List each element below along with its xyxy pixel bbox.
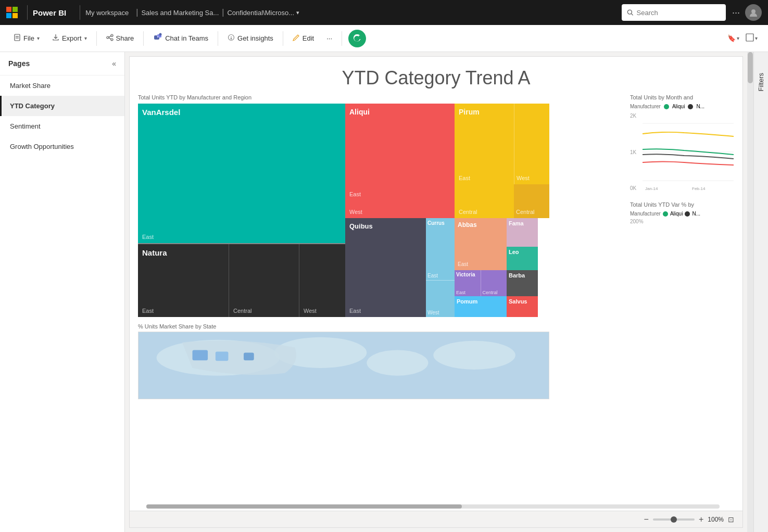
treemap-pomum[interactable]: Pomum [455, 296, 507, 317]
search-box[interactable] [622, 4, 726, 21]
treemap-fama[interactable]: Fama [507, 218, 538, 247]
file-chevron-icon: ▾ [37, 35, 40, 41]
treemap-pirum-east[interactable]: Pirum East [455, 104, 514, 184]
svg-rect-0 [6, 7, 11, 12]
avatar[interactable] [745, 4, 762, 21]
toolbar-right-group: 🔖 ▾ ▾ [725, 30, 760, 46]
victoria-label: Victoria [455, 270, 481, 279]
chat-label: Chat in Teams [165, 34, 208, 42]
sidebar-header: Pages « [0, 52, 124, 75]
n-legend-dot [688, 104, 693, 109]
svg-rect-23 [746, 34, 753, 41]
insights-button[interactable]: Get insights [222, 31, 279, 46]
treemap-barba[interactable]: Barba [507, 270, 538, 296]
refresh-button[interactable] [348, 30, 366, 47]
file-button[interactable]: File ▾ [8, 31, 45, 46]
vanarsdel-label: VanArsdel [138, 104, 345, 121]
treemap-quibus[interactable]: Quibus East [345, 218, 426, 317]
pirum-central-label: Central [516, 209, 534, 215]
export-label: Export [62, 34, 82, 42]
treemap-currus[interactable]: Currus East West [426, 218, 455, 317]
chat-button[interactable]: T Chat in Teams [148, 30, 213, 47]
svg-point-13 [111, 39, 113, 41]
treemap-salvus[interactable]: Salvus [507, 296, 538, 317]
zoom-slider[interactable] [653, 518, 695, 521]
treemap-pirum-central[interactable]: Central [514, 184, 549, 218]
search-input[interactable] [637, 9, 721, 17]
share-button[interactable]: Share [101, 31, 140, 46]
line-chart-section: Total Units by Month and Manufacturer Al… [630, 94, 734, 191]
dropdown-chevron-icon[interactable]: ▾ [296, 9, 299, 16]
line-chart-svg: Jan-14 Feb-14 [643, 113, 734, 191]
map-chart[interactable] [138, 332, 549, 399]
zoom-thumb[interactable] [671, 516, 677, 523]
treemap-aliqui-central-area[interactable]: Central [455, 184, 514, 218]
sidebar-item-label: Market Share [10, 82, 51, 90]
treemap-natura[interactable]: Natura East Central West [138, 243, 345, 317]
svg-line-5 [632, 14, 633, 15]
var-chart-section: Total Units YTD Var % by Manufacturer Al… [630, 201, 734, 224]
svg-point-22 [231, 39, 232, 40]
svg-text:Feb-14: Feb-14 [692, 186, 706, 191]
scroll-track[interactable] [146, 504, 720, 509]
more-options-icon[interactable]: ··· [732, 7, 740, 18]
svg-rect-1 [12, 7, 18, 12]
treemap-pirum-group: Pirum East West Central [455, 104, 549, 218]
barba-label: Barba [507, 270, 538, 281]
var-n-dot [685, 211, 690, 217]
fit-page-button[interactable]: ⊡ [728, 515, 734, 524]
view-button[interactable]: ▾ [744, 30, 760, 46]
share-label: Share [116, 34, 134, 42]
scroll-thumb[interactable] [146, 504, 462, 509]
y-label-0k: 0K [630, 185, 636, 191]
horizontal-scrollbar[interactable] [130, 504, 736, 511]
sidebar-collapse-button[interactable]: « [112, 59, 116, 68]
top-navigation: Power BI My workspace | Sales and Market… [0, 0, 768, 25]
edit-button[interactable]: Edit [287, 31, 319, 46]
treemap-chart[interactable]: VanArsdel East Central West [138, 104, 549, 317]
var-manufacturer-label: Manufacturer [630, 211, 661, 217]
natura-central-label: Central [233, 308, 251, 314]
filters-label[interactable]: Filters [757, 73, 765, 91]
more-toolbar-button[interactable]: ··· [321, 31, 337, 45]
report-title: YTD Category Trend A [130, 57, 742, 94]
svg-point-27 [367, 350, 428, 375]
svg-rect-30 [216, 351, 229, 361]
export-button[interactable]: Export ▾ [47, 31, 92, 46]
svg-line-15 [109, 38, 111, 40]
zoom-plus-button[interactable]: + [699, 515, 703, 524]
svg-line-14 [109, 36, 111, 37]
export-chevron-icon: ▾ [84, 35, 87, 41]
treemap-victoria-barba: Victoria East Central [455, 270, 507, 296]
confidential-label: Confidential\Microso... [227, 9, 294, 17]
filters-panel[interactable]: Filters [753, 52, 768, 532]
sidebar-item-growth[interactable]: Growth Opportunities [0, 136, 124, 157]
content-area: YTD Category Trend A Total Units YTD by … [125, 52, 768, 532]
bookmark-button[interactable]: 🔖 ▾ [725, 31, 741, 45]
zoom-controls: − + 100% ⊡ [644, 515, 734, 524]
sidebar-item-label: Growth Opportunities [10, 143, 74, 150]
zoom-minus-button[interactable]: − [644, 515, 649, 524]
treemap-vanarsdel-top[interactable]: VanArsdel East [138, 104, 345, 243]
treemap-victoria-central[interactable]: Central [481, 270, 507, 296]
search-icon [627, 9, 634, 16]
treemap-victoria[interactable]: Victoria East [455, 270, 481, 296]
v-scroll-thumb[interactable] [748, 52, 753, 83]
sidebar-item-sentiment[interactable]: Sentiment [0, 116, 124, 136]
sidebar-item-ytd-category[interactable]: YTD Category [0, 96, 124, 116]
vertical-scrollbar[interactable] [747, 52, 753, 532]
treemap-aliqui[interactable]: Aliqui East West [345, 104, 455, 218]
workspace-label[interactable]: My workspace [85, 9, 129, 17]
sidebar-item-label: YTD Category [10, 102, 55, 110]
insights-label: Get insights [237, 34, 273, 42]
sidebar-item-market-share[interactable]: Market Share [0, 75, 124, 96]
svg-text:Jan-14: Jan-14 [645, 186, 658, 191]
view-chevron-icon: ▾ [755, 35, 758, 41]
currus-west-label: West [427, 310, 439, 315]
treemap-leo[interactable]: Leo [507, 247, 538, 270]
right-panel: Total Units by Month and Manufacturer Al… [630, 94, 734, 399]
treemap-abbas[interactable]: Abbas East [455, 218, 507, 270]
natura-label: Natura [138, 244, 229, 261]
treemap-pirum-west[interactable]: West [514, 104, 549, 184]
app-name: Power BI [33, 8, 66, 17]
